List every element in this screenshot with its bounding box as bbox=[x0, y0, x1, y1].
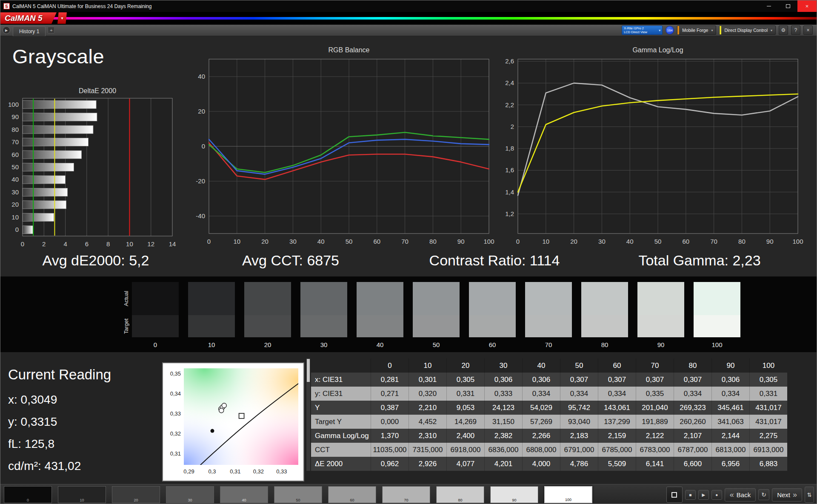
help-button[interactable]: ? bbox=[791, 26, 800, 35]
tab-history-1[interactable]: History 1 bbox=[13, 26, 46, 36]
table-cell: 6836,000 bbox=[484, 443, 522, 457]
table-cell: 0,334 bbox=[560, 387, 598, 401]
patch-label: 20 bbox=[112, 498, 160, 502]
svg-text:10: 10 bbox=[542, 238, 549, 245]
cie-chart: 0,290,30,310,320,330,350,340,330,320,31 bbox=[163, 363, 303, 481]
scrollbar-thumb[interactable] bbox=[307, 359, 310, 382]
source-selector-button[interactable]: Mobile Forge ▾ bbox=[677, 26, 716, 35]
next-button[interactable]: Next » bbox=[772, 488, 802, 501]
table-cell: 0,331 bbox=[749, 387, 787, 401]
swatch-label: 90 bbox=[637, 341, 684, 348]
meter-label: X-Rite i1Pro 2 LCD Direct View bbox=[624, 26, 647, 34]
svg-text:40: 40 bbox=[198, 73, 205, 80]
table-column-header: 60 bbox=[598, 359, 636, 373]
table-column-header: 80 bbox=[674, 359, 711, 373]
svg-text:40: 40 bbox=[317, 238, 325, 245]
table-cell: 5,509 bbox=[598, 457, 636, 471]
svg-text:0,32: 0,32 bbox=[253, 468, 264, 475]
gamma-chart: Gamma Log/Log01020304050607080901002,62,… bbox=[502, 46, 806, 249]
patch-button-0[interactable]: 0 bbox=[4, 486, 52, 503]
table-cell: 4,201 bbox=[484, 457, 522, 471]
read-once-button[interactable]: ▶ bbox=[698, 490, 709, 500]
avg-cct-readout: Avg CCT: 6875 bbox=[242, 252, 339, 269]
expand-sidebar-button[interactable]: ▶ bbox=[3, 26, 10, 34]
chevron-down-icon: ▾ bbox=[771, 28, 772, 32]
swatch-label: 60 bbox=[469, 341, 516, 348]
patch-label: 40 bbox=[220, 498, 268, 502]
table-cell: 2,382 bbox=[484, 429, 522, 443]
add-tab-button[interactable]: + bbox=[48, 27, 54, 34]
svg-text:10: 10 bbox=[233, 238, 240, 245]
minimize-button[interactable] bbox=[759, 0, 778, 12]
patch-button-70[interactable]: 70 bbox=[382, 486, 430, 503]
table-cell: 0,962 bbox=[371, 457, 408, 471]
svg-text:1,2: 1,2 bbox=[505, 210, 514, 217]
pattern-window-button[interactable] bbox=[666, 487, 683, 503]
rainbow-gradient-bar bbox=[0, 17, 817, 20]
current-reading-title: Current Reading bbox=[8, 367, 111, 383]
swatch-target bbox=[413, 315, 460, 337]
table-cell: 6785,000 bbox=[598, 443, 636, 457]
grayscale-swatch: 100 bbox=[694, 282, 740, 348]
stop-measure-button[interactable]: ■ bbox=[685, 490, 696, 500]
svg-text:-20: -20 bbox=[196, 177, 205, 185]
svg-text:6: 6 bbox=[85, 240, 89, 248]
back-button[interactable]: « Back bbox=[725, 488, 756, 501]
close-button[interactable]: × bbox=[797, 0, 817, 12]
table-cell: 0,334 bbox=[674, 387, 711, 401]
svg-text:1,4: 1,4 bbox=[505, 188, 514, 196]
settings-button[interactable]: ⚙ bbox=[779, 26, 788, 35]
table-cell: 191,889 bbox=[636, 415, 674, 429]
maximize-icon bbox=[786, 4, 790, 8]
svg-text:60: 60 bbox=[373, 238, 380, 245]
patch-button-10[interactable]: 10 bbox=[58, 486, 106, 503]
svg-text:1,6: 1,6 bbox=[505, 166, 514, 174]
svg-text:0: 0 bbox=[516, 238, 520, 245]
patch-button-50[interactable]: 50 bbox=[274, 486, 322, 503]
close-workspace-button[interactable]: × bbox=[803, 26, 813, 35]
table-cell: 0,281 bbox=[371, 373, 408, 387]
table-cell: 4,452 bbox=[408, 415, 446, 429]
table-cell: 2,400 bbox=[446, 429, 484, 443]
swatch-target bbox=[244, 315, 291, 337]
patch-button-30[interactable]: 30 bbox=[166, 486, 214, 503]
display-control-button[interactable]: Direct Display Control ▾ bbox=[719, 26, 776, 35]
tabbar-right-controls: X-Rite i1Pro 2 LCD Direct View ▾ 164 Mob… bbox=[622, 26, 817, 35]
svg-text:2,6: 2,6 bbox=[505, 57, 514, 65]
toolbar-expand-button[interactable]: ⇅ bbox=[805, 487, 814, 503]
deltae-chart: DeltaE 200002468101214100908070605040302… bbox=[0, 85, 188, 251]
maximize-button[interactable] bbox=[778, 0, 797, 12]
svg-text:2: 2 bbox=[42, 240, 46, 248]
table-scrollbar[interactable] bbox=[306, 359, 310, 471]
loop-button[interactable]: ↻ bbox=[758, 489, 769, 500]
patch-button-20[interactable]: 20 bbox=[112, 486, 160, 503]
swatch-actual bbox=[357, 282, 403, 315]
table-cell: 2,275 bbox=[749, 429, 787, 443]
logo-menu-button[interactable]: ▾ bbox=[57, 12, 67, 24]
svg-text:2: 2 bbox=[511, 123, 514, 130]
table-cell: 6808,000 bbox=[522, 443, 560, 457]
meter-count-badge: 164 bbox=[666, 26, 674, 34]
table-cell: 2,144 bbox=[711, 429, 749, 443]
meter-selector-button[interactable]: X-Rite i1Pro 2 LCD Direct View ▾ bbox=[622, 26, 663, 35]
svg-text:80: 80 bbox=[738, 238, 746, 245]
svg-text:0,32: 0,32 bbox=[170, 430, 181, 437]
patch-button-80[interactable]: 80 bbox=[436, 486, 484, 503]
table-cell: 6791,000 bbox=[560, 443, 598, 457]
svg-text:70: 70 bbox=[710, 238, 717, 245]
close-icon: × bbox=[806, 3, 809, 9]
table-cell: 0,307 bbox=[598, 373, 636, 387]
swatch-actual bbox=[413, 282, 460, 315]
table-cell: 0,335 bbox=[636, 387, 674, 401]
read-continuous-button[interactable]: ● bbox=[711, 490, 722, 500]
table-cell: 0,307 bbox=[636, 373, 674, 387]
patch-button-90[interactable]: 90 bbox=[490, 486, 538, 503]
patch-button-60[interactable]: 60 bbox=[328, 486, 376, 503]
calman-logo[interactable]: CalMAN 5 bbox=[0, 12, 57, 24]
expand-arrow-icon: ▶ bbox=[5, 28, 8, 32]
patch-button-100[interactable]: 100 bbox=[544, 486, 592, 503]
plus-icon: + bbox=[50, 28, 52, 33]
patch-button-40[interactable]: 40 bbox=[220, 486, 268, 503]
table-cell: 1,370 bbox=[371, 429, 408, 443]
svg-text:40: 40 bbox=[626, 238, 634, 245]
